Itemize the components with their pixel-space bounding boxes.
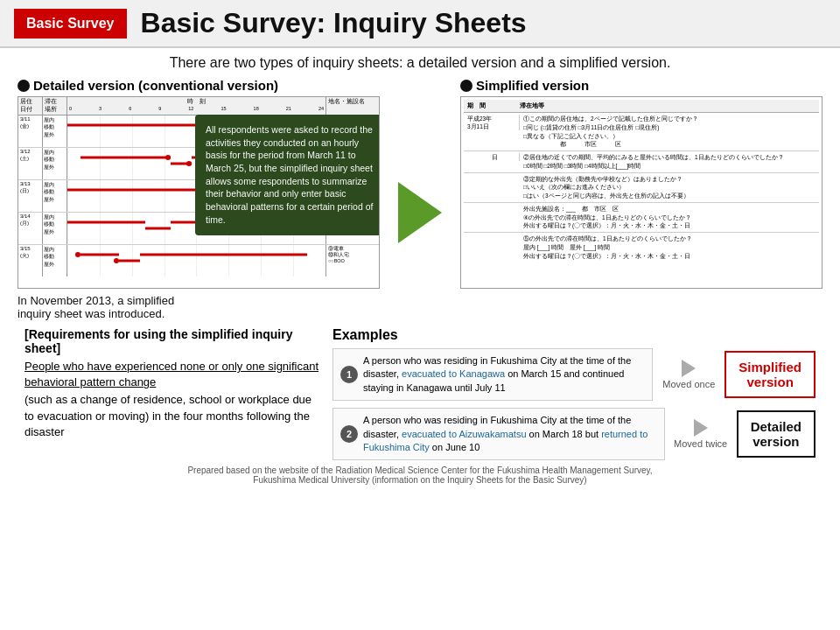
- moved-twice-label: Moved twice: [670, 438, 732, 449]
- subtitle-text: There are two types of inquiry sheets: a…: [18, 55, 822, 71]
- bullet-icon-2: [460, 80, 472, 92]
- example-2-text: A person who was residing in Fukushima C…: [363, 414, 657, 454]
- version-arrow-col: [394, 78, 446, 320]
- example-1-row: 1 A person who was residing in Fukushima…: [332, 348, 816, 401]
- simplified-grid: 期 間 滞在地等 平成23年3月11日 ①この期間の居住地は、2ページで記載した…: [460, 96, 822, 289]
- bottom-row: [Requirements for using the simplified i…: [18, 327, 822, 460]
- callout-box: All respondents were asked to record the…: [195, 115, 380, 235]
- versions-arrow-icon: [398, 182, 442, 243]
- header-badge: Basic Survey: [14, 9, 127, 38]
- moved-once-arrow-icon: [682, 360, 696, 377]
- example-2-row: 2 A person who was residing in Fukushima…: [332, 408, 816, 460]
- moved-once-label: Moved once: [658, 379, 719, 389]
- example-1-moved: Moved once: [658, 360, 719, 389]
- requirements-title: [Requirements for using the simplified i…: [24, 327, 322, 355]
- grid-date-311: 3/11(金): [18, 116, 43, 147]
- detailed-version-badge: Detailedversion: [737, 410, 816, 458]
- bullet-icon: [18, 80, 30, 92]
- requirements-col: [Requirements for using the simplified i…: [24, 327, 322, 460]
- detailed-version-heading: Detailed version (conventional version): [18, 78, 380, 93]
- simplified-version-col: Simplified version 期 間 滞在地等 平成23年3月11日 ①…: [460, 78, 822, 320]
- main-content: There are two types of inquiry sheets: a…: [0, 48, 840, 488]
- footer: Prepared based on the website of the Rad…: [18, 466, 822, 488]
- example-1-text: A person who was residing in Fukushima C…: [363, 354, 645, 395]
- examples-col: Examples 1 A person who was residing in …: [332, 327, 816, 460]
- detailed-version-col: Detailed version (conventional version) …: [18, 78, 380, 320]
- page: Basic Survey Basic Survey: Inquiry Sheet…: [0, 0, 840, 630]
- example-2-moved: Moved twice: [670, 419, 732, 449]
- examples-title: Examples: [332, 327, 816, 343]
- example-2-num: 2: [340, 425, 358, 443]
- versions-row: Detailed version (conventional version) …: [18, 78, 822, 320]
- requirements-rest-text: (such as a change of residence, school o…: [24, 392, 322, 440]
- requirements-underline-text: People who have experienced none or only…: [24, 359, 322, 390]
- detailed-grid: 居住日付 滞在場所 時 刻 03691215182124 地名・施設名: [18, 96, 380, 289]
- header-title: Basic Survey: Inquiry Sheets: [141, 7, 527, 39]
- simplified-version-badge: Simplifiedversion: [724, 351, 816, 398]
- moved-twice-arrow-icon: [694, 419, 708, 437]
- simplified-version-heading: Simplified version: [460, 78, 822, 93]
- november-note: In November 2013, a simplified inquiry s…: [18, 294, 380, 320]
- example-1-num: 1: [340, 366, 358, 383]
- header: Basic Survey Basic Survey: Inquiry Sheet…: [0, 0, 840, 48]
